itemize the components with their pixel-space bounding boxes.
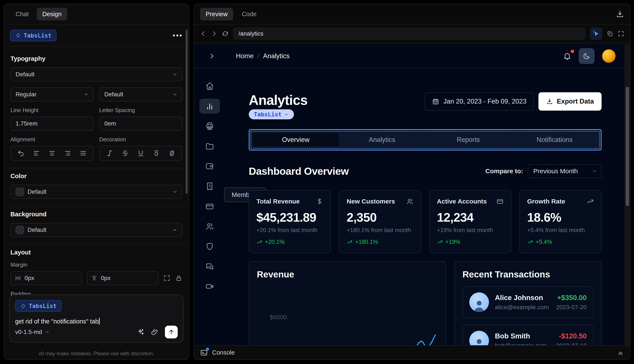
users-icon <box>406 198 413 205</box>
align-right-icon[interactable] <box>64 150 71 157</box>
font-size-select[interactable]: Default <box>99 88 182 102</box>
refresh-icon[interactable] <box>222 30 229 37</box>
composer-input[interactable]: get rid of the "notifications" tab <box>15 318 178 325</box>
margin-y-input[interactable]: 0px <box>87 271 159 285</box>
letter-spacing-input[interactable]: 0em <box>99 116 182 131</box>
sidebar-toggle-icon[interactable] <box>208 52 215 60</box>
svg-text:$: $ <box>209 184 211 188</box>
download-icon[interactable] <box>616 10 624 18</box>
stat-subtext: +20.1% from last month <box>256 227 323 234</box>
wallet-icon <box>205 162 214 171</box>
preview-scrollbar-thumb[interactable] <box>626 87 629 206</box>
no-decoration-icon[interactable] <box>168 150 176 157</box>
letter-spacing-label: Letter Spacing <box>99 107 182 114</box>
margin-label: Margin <box>11 262 182 268</box>
transaction-name: Bob Smith <box>495 332 546 340</box>
sidebar-item-home[interactable] <box>199 79 220 94</box>
strikethrough-icon[interactable] <box>122 150 129 157</box>
sidebar-item-folder[interactable] <box>199 139 220 154</box>
overline-icon[interactable] <box>153 150 160 157</box>
sidebar-item-printer[interactable] <box>199 119 220 134</box>
sidebar-item-wallet[interactable] <box>199 159 220 174</box>
forward-icon[interactable] <box>211 30 218 37</box>
tabs-list: OverviewAnalyticsReportsNotifications <box>251 132 599 148</box>
breadcrumb-home[interactable]: Home <box>236 52 254 60</box>
url-input[interactable]: /analytics <box>233 27 585 40</box>
chevron-down-icon <box>172 227 178 233</box>
tab-notifications[interactable]: Notifications <box>512 133 598 146</box>
tab-reports[interactable]: Reports <box>425 133 512 146</box>
alignment-label: Alignment <box>11 136 94 143</box>
font-family-select[interactable]: Default <box>11 67 182 82</box>
tab-code[interactable]: Code <box>236 8 262 20</box>
send-button[interactable] <box>165 326 178 338</box>
panel-scrollbar[interactable] <box>186 30 188 194</box>
text-caret <box>99 318 100 324</box>
calendar-icon <box>432 98 439 105</box>
margin-x-input[interactable]: 0px <box>11 271 82 285</box>
line-height-input[interactable]: 1.75rem <box>11 116 94 131</box>
lock-icon[interactable] <box>175 274 182 282</box>
preview-panel: Preview Code /analytics Home / Analytics <box>194 4 630 360</box>
breadcrumb-separator: / <box>257 52 259 60</box>
stat-value: 2,350 <box>347 210 413 224</box>
tab-chat[interactable]: Chat <box>10 8 34 20</box>
copy-icon[interactable] <box>606 30 613 37</box>
selected-component-chip[interactable]: TabsList <box>10 30 57 41</box>
avatar[interactable] <box>602 49 616 63</box>
chevron-down-icon <box>592 168 597 174</box>
model-select[interactable]: v0-1.5-md <box>15 328 50 336</box>
transaction-row[interactable]: Alice Johnsonalice@example.com+$350.0020… <box>462 286 593 318</box>
tab-design[interactable]: Design <box>37 8 67 20</box>
compare-value: Previous Month <box>533 168 578 175</box>
home-icon <box>205 82 214 90</box>
console-bar[interactable]: Console <box>194 345 630 360</box>
back-icon[interactable] <box>200 30 206 37</box>
chart-title: Revenue <box>257 270 438 280</box>
sidebar-item-users[interactable] <box>199 219 220 234</box>
notifications-bell-button[interactable] <box>563 52 571 60</box>
align-center-icon[interactable] <box>49 150 56 157</box>
preview-scrollbar-track[interactable] <box>624 44 630 350</box>
underline-icon[interactable] <box>137 150 144 157</box>
align-justify-icon[interactable] <box>80 150 87 157</box>
selected-element-label: TabsList <box>254 111 281 118</box>
chevrons-up-icon[interactable] <box>617 349 624 356</box>
chat-composer[interactable]: TabsList get rid of the "notifications" … <box>9 294 184 343</box>
tab-preview[interactable]: Preview <box>200 8 233 20</box>
stat-subtext: +19% from last month <box>437 227 504 234</box>
app-icon-rail: $ <box>194 68 225 294</box>
tab-analytics[interactable]: Analytics <box>339 133 425 146</box>
italic-icon[interactable] <box>106 150 113 157</box>
tab-overview[interactable]: Overview <box>253 133 339 146</box>
sidebar-item-receipt[interactable]: $ <box>199 179 220 194</box>
compare-select[interactable]: Previous Month <box>528 164 601 178</box>
sidebar-item-credit-card[interactable] <box>199 199 220 214</box>
color-select[interactable]: Default <box>11 185 182 199</box>
stat-trend: +5.4% <box>527 239 594 245</box>
paperclip-icon[interactable] <box>151 328 159 336</box>
sparkles-icon[interactable] <box>137 328 144 336</box>
stat-title: New Customers <box>347 198 395 205</box>
letter-spacing-value: 0em <box>104 120 116 127</box>
sidebar-item-messages[interactable] <box>199 259 220 274</box>
expand-sides-icon[interactable] <box>163 274 170 282</box>
stat-card: Total Revenue$45,231.89+20.1% from last … <box>249 190 331 253</box>
more-options-button[interactable]: ••• <box>173 31 183 40</box>
export-data-button[interactable]: Export Data <box>538 92 601 110</box>
design-mode-button[interactable] <box>590 28 602 40</box>
composer-component-chip[interactable]: TabsList <box>15 300 62 312</box>
sidebar-item-video[interactable] <box>199 279 220 294</box>
date-range-button[interactable]: Jan 20, 2023 - Feb 09, 2023 <box>425 92 534 110</box>
sidebar-item-bar-chart[interactable] <box>199 99 220 114</box>
fullscreen-icon[interactable] <box>617 30 624 37</box>
background-select[interactable]: Default <box>11 223 182 237</box>
theme-toggle-button[interactable] <box>579 48 594 64</box>
align-left-icon[interactable] <box>33 150 40 157</box>
sidebar-item-shield[interactable] <box>199 239 220 254</box>
selected-element-badge[interactable]: TabsList <box>249 109 294 119</box>
stat-subtext: +180.1% from last month <box>347 227 413 234</box>
font-weight-select[interactable]: Regular <box>11 88 94 102</box>
transactions-title: Recent Transactions <box>462 270 593 280</box>
undo-icon[interactable] <box>17 150 25 157</box>
